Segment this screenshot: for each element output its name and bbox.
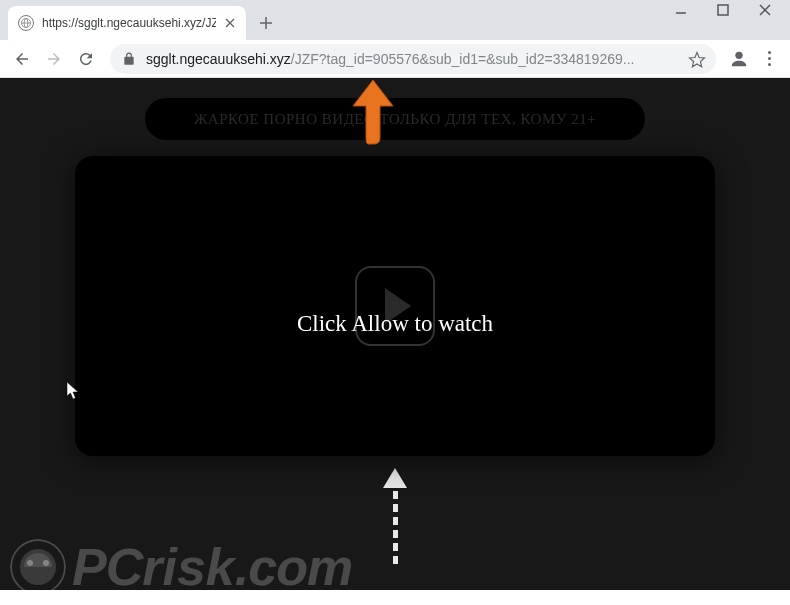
url-path: /JZF?tag_id=905576&sub_id1=&sub_id2=3348…	[291, 51, 635, 67]
watermark-text: PCrisk.com	[72, 537, 352, 597]
tab-strip: https://sgglt.ngecauuksehi.xyz/JZ	[0, 0, 790, 40]
window-controls	[674, 3, 772, 17]
callout-arrow-icon	[338, 78, 408, 148]
url-text: sgglt.ngecauuksehi.xyz/JZF?tag_id=905576…	[146, 51, 678, 67]
url-domain: sgglt.ngecauuksehi.xyz	[146, 51, 291, 67]
globe-icon	[18, 15, 34, 31]
reload-button[interactable]	[72, 45, 100, 73]
overlay-text: Click Allow to watch	[297, 311, 493, 337]
close-window-button[interactable]	[758, 3, 772, 17]
menu-button[interactable]	[756, 46, 782, 72]
close-tab-icon[interactable]	[224, 17, 236, 29]
watermark: PCrisk.com	[10, 537, 352, 597]
svg-point-11	[735, 51, 742, 58]
watermark-logo-icon	[10, 539, 66, 595]
profile-icon[interactable]	[726, 46, 752, 72]
back-button[interactable]	[8, 45, 36, 73]
maximize-button[interactable]	[716, 3, 730, 17]
browser-tab[interactable]: https://sgglt.ngecauuksehi.xyz/JZ	[8, 6, 246, 40]
lock-icon[interactable]	[122, 52, 136, 66]
svg-point-15	[43, 560, 49, 566]
address-bar[interactable]: sgglt.ngecauuksehi.xyz/JZF?tag_id=905576…	[110, 44, 716, 74]
forward-button[interactable]	[40, 45, 68, 73]
tab-title: https://sgglt.ngecauuksehi.xyz/JZ	[42, 16, 216, 30]
dashed-up-arrow-icon	[383, 468, 407, 564]
webpage-content: ЖАРКОЕ ПОРНО ВИДЕО ТОЛЬКО ДЛЯ ТЕХ, КОМУ …	[0, 78, 790, 590]
svg-rect-1	[718, 5, 728, 15]
bookmark-star-icon[interactable]	[688, 51, 704, 67]
browser-toolbar: sgglt.ngecauuksehi.xyz/JZF?tag_id=905576…	[0, 40, 790, 78]
svg-point-14	[27, 560, 33, 566]
mouse-cursor-icon	[66, 381, 80, 401]
video-player[interactable]: Click Allow to watch	[75, 156, 715, 456]
minimize-button[interactable]	[674, 3, 688, 17]
new-tab-button[interactable]	[252, 9, 280, 37]
